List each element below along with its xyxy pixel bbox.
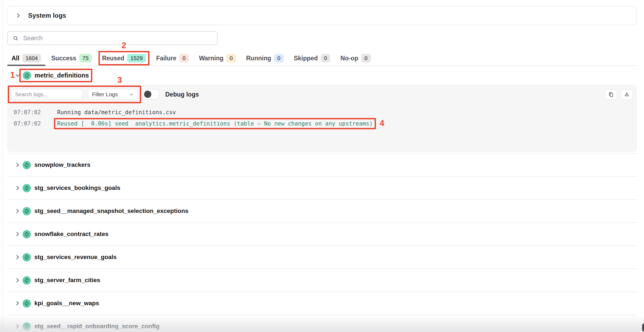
tab-no-op-content: No-op0 [341,54,371,62]
list-item[interactable]: snowplow_trackers [7,153,637,176]
download-icon [624,91,630,97]
model-list: snowplow_trackersstg_services_bookings_g… [7,153,637,332]
copy-logs-button[interactable] [605,89,617,100]
tab-reused[interactable]: Reused1529 [98,51,150,65]
chevron-right-icon[interactable] [14,254,20,260]
tab-success[interactable]: Success75 [47,51,96,65]
tab-running-content: Running0 [246,54,284,62]
log-output: 07:07:02Running data/metric_definitions.… [11,107,633,129]
tab-count-badge: 75 [79,54,92,62]
model-name: snowplow_trackers [34,161,90,168]
download-logs-button[interactable] [621,89,633,100]
active-tab-indicator [7,65,45,66]
log-line: 07:07:02Reused [ 0.06s] seed analytics.m… [14,118,633,129]
sync-icon [23,207,31,215]
left-edge-divider [2,0,3,332]
chevron-down-icon[interactable] [15,72,21,78]
model-name: snowflake_contract_rates [34,231,108,238]
tab-count-badge: 0 [274,54,284,62]
chevron-right-icon[interactable] [14,185,20,191]
tab-success-content: Success75 [51,54,92,62]
filter-logs-dropdown[interactable]: Filter Logs [88,89,138,100]
tab-label: All [12,55,19,62]
log-toolbar: Filter Logs Debug logs [11,89,633,100]
tab-reused-content: Reused1529 [102,54,146,62]
debug-logs-label: Debug logs [165,91,199,98]
list-item[interactable]: stg_services_revenue_goals [7,245,637,268]
tab-label: Skipped [294,55,318,62]
tab-skipped[interactable]: Skipped0 [290,51,335,65]
window-corner-artifact [642,323,644,331]
tab-no-op[interactable]: No-op0 [336,51,375,65]
model-name: stg_services_revenue_goals [34,254,116,261]
tab-label: Running [246,55,271,62]
filter-logs-label: Filter Logs [92,91,118,98]
list-item[interactable]: stg_services_bookings_goals [7,176,637,199]
tab-all[interactable]: All1604 [7,51,45,65]
chevron-right-icon[interactable] [14,323,20,329]
tab-failure[interactable]: Failure0 [152,51,193,65]
chevron-right-icon[interactable] [15,13,21,19]
expanded-model-title: metric_definitions [23,71,89,80]
model-name: stg_services_bookings_goals [34,185,120,191]
tab-label: No-op [341,55,358,62]
list-item[interactable]: kpi_goals__new_waps [7,292,637,315]
main-container: System logs All1604Success75Reused1529Fa… [7,0,637,332]
log-toolbar-filters: Filter Logs [11,89,138,100]
debug-logs-toggle[interactable] [143,89,159,99]
tab-count-badge: 0 [361,54,371,62]
search-input[interactable] [23,34,212,42]
chevron-right-icon[interactable] [14,231,20,237]
sync-icon [23,161,31,169]
tab-warning-content: Warning0 [199,54,236,62]
sync-icon [23,322,31,331]
search-icon [13,35,19,41]
tab-count-badge: 1529 [127,54,146,62]
tab-label: Warning [199,55,224,62]
list-item[interactable]: stg_seed__rapid_onboarding_score_config [7,315,637,332]
model-name: stg_seed__rapid_onboarding_score_config [34,323,159,330]
list-item[interactable]: snowflake_contract_rates [7,222,637,245]
log-search-input[interactable] [11,89,83,100]
log-panel: Filter Logs Debug logs 07:07:02Running [7,85,637,152]
system-logs-header[interactable]: System logs [7,6,637,25]
expanded-model-row[interactable]: metric_definitions [7,66,637,85]
log-message: Running data/metric_definitions.csv [57,109,176,116]
tab-label: Failure [156,55,176,62]
log-message: Reused [ 0.06s] seed analytics.metric_de… [57,120,373,127]
copy-icon [608,91,614,97]
sync-icon [23,299,31,308]
list-item[interactable]: stg_server_farm_cities [7,268,637,292]
model-name: kpi_goals__new_waps [34,300,99,307]
chevron-right-icon[interactable] [14,208,20,214]
tab-count-badge: 0 [321,54,330,62]
model-name: stg_server_farm_cities [34,277,100,284]
tab-failure-content: Failure0 [156,54,189,62]
chevron-right-icon[interactable] [14,162,20,168]
sync-icon [23,71,31,80]
global-search[interactable] [7,31,218,45]
sync-icon [23,230,31,238]
tab-warning[interactable]: Warning0 [195,51,240,65]
chevron-right-icon[interactable] [14,300,20,306]
tab-label: Reused [102,55,124,62]
tab-running[interactable]: Running0 [242,51,288,65]
sync-icon [23,184,31,192]
tab-count-badge: 0 [179,54,189,62]
tabs-bar: All1604Success75Reused1529Failure0Warnin… [7,51,637,66]
tab-skipped-content: Skipped0 [294,54,330,62]
tab-count-badge: 1604 [22,54,41,62]
log-line: 07:07:02Running data/metric_definitions.… [14,107,633,118]
list-item[interactable]: stg_seed__managed_snapshot_selection_exc… [7,199,637,222]
tab-count-badge: 0 [226,54,236,62]
log-timestamp: 07:07:02 [14,120,57,127]
model-name: stg_seed__managed_snapshot_selection_exc… [34,208,188,215]
chevron-right-icon[interactable] [14,277,20,283]
toggle-knob [144,91,151,98]
tab-all-content: All1604 [12,54,41,62]
tab-label: Success [51,55,76,62]
log-timestamp: 07:07:02 [14,109,57,116]
chevron-down-icon [129,92,134,97]
model-name: metric_definitions [35,72,89,79]
sync-icon [23,253,31,261]
